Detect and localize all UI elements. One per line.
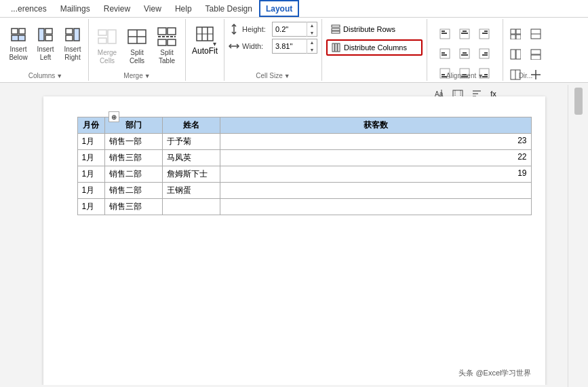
align-middle-right-button[interactable] <box>475 44 494 63</box>
insert-below-button[interactable]: InsertBelow <box>5 23 31 69</box>
tab-mailings[interactable]: Mailings <box>54 0 97 17</box>
split-table-button[interactable]: SplitTable <box>153 23 181 69</box>
svg-rect-46 <box>463 52 467 54</box>
ribbon-tab-bar: ...erences Mailings Review View Help Tab… <box>0 0 588 18</box>
width-up-arrow[interactable]: ▲ <box>307 39 317 46</box>
tab-layout[interactable]: Layout <box>259 0 299 17</box>
cell-month: 1月 <box>77 166 104 183</box>
svg-rect-71 <box>511 35 515 39</box>
svg-rect-70 <box>516 29 521 34</box>
align-middle-center-button[interactable] <box>455 44 474 63</box>
insert-below-icon <box>9 25 28 44</box>
height-spinner[interactable]: ▲ ▼ <box>272 22 317 37</box>
table-row: 1月销售二部王钢蛋 <box>77 183 531 199</box>
more-btn-2[interactable] <box>526 24 545 43</box>
autofit-button[interactable]: ▾ AutoFit <box>190 20 220 67</box>
width-input[interactable] <box>273 39 307 53</box>
cell-dept: 销售三部 <box>104 150 162 166</box>
merge-expand-icon[interactable]: ▼ <box>144 73 151 79</box>
height-row: Height: ▲ ▼ <box>229 22 317 37</box>
svg-rect-5 <box>45 29 52 34</box>
tab-review[interactable]: Review <box>97 0 137 17</box>
align-middle-left-button[interactable] <box>435 44 454 63</box>
tab-erences[interactable]: ...erences <box>4 0 54 17</box>
split-cells-button[interactable]: SplitCells <box>123 23 151 69</box>
align-top-center-button[interactable] <box>455 24 474 43</box>
tab-table-design[interactable]: Table Design <box>199 0 259 17</box>
svg-rect-72 <box>516 35 521 39</box>
width-spinner-arrows: ▲ ▼ <box>307 39 317 54</box>
cell-name <box>163 199 220 215</box>
width-label: Width: <box>242 42 269 50</box>
height-down-arrow[interactable]: ▼ <box>307 29 317 37</box>
svg-rect-49 <box>484 52 488 54</box>
merge-cells-label: MergeCells <box>98 49 117 65</box>
distribute-rows-button[interactable]: Distribute Rows <box>326 22 423 37</box>
svg-rect-0 <box>12 29 18 34</box>
align-top-left-button[interactable] <box>435 24 454 43</box>
cell-name: 于予菊 <box>163 134 220 150</box>
cell-clients: 19 <box>220 166 531 183</box>
document-area: ⊕ 月份 部门 姓名 获客数 1月销售一部于予菊231月销售三部马凤英221月销… <box>0 83 588 385</box>
svg-rect-12 <box>108 30 116 43</box>
distribute-rows-icon <box>331 24 340 34</box>
scrollbar-area <box>568 85 588 385</box>
data-table: 月份 部门 姓名 获客数 1月销售一部于予菊231月销售三部马凤英221月销售二… <box>77 117 532 215</box>
cell-size-label-text: Cell Size <box>256 72 282 79</box>
svg-rect-43 <box>442 52 445 54</box>
group-autofit: ▾ AutoFit <box>186 19 224 81</box>
svg-rect-19 <box>158 39 166 45</box>
svg-rect-35 <box>442 33 447 34</box>
table-row: 1月销售二部詹姆斯下士19 <box>77 166 531 183</box>
tab-view[interactable]: View <box>137 0 168 17</box>
more-btn-1[interactable] <box>506 24 525 43</box>
svg-rect-20 <box>168 39 176 45</box>
height-label: Height: <box>242 25 269 33</box>
tab-help[interactable]: Help <box>168 0 199 17</box>
insert-right-label: Insert Right <box>62 45 83 62</box>
width-down-arrow[interactable]: ▼ <box>307 46 317 54</box>
insert-left-button[interactable]: InsertLeft <box>33 23 58 69</box>
align-top-right-button[interactable] <box>475 24 494 43</box>
split-table-label: SplitTable <box>159 49 175 65</box>
height-icon <box>229 24 239 35</box>
col-header-clients: 获客数 <box>220 117 531 134</box>
insert-buttons: InsertBelow InsertLeft <box>5 22 85 69</box>
distribute-columns-button[interactable]: Distribute Columns <box>326 39 423 56</box>
cell-clients <box>220 199 531 215</box>
merge-group-label: Merge ▼ <box>89 72 185 79</box>
split-cells-icon <box>126 26 148 48</box>
svg-rect-17 <box>168 28 176 35</box>
svg-rect-29 <box>332 31 340 33</box>
table-move-handle[interactable]: ⊕ <box>109 111 119 122</box>
height-up-arrow[interactable]: ▲ <box>307 22 317 29</box>
insert-left-label: InsertLeft <box>37 45 54 62</box>
alignment-expand-icon[interactable]: ▼ <box>477 73 484 79</box>
scrollbar-thumb[interactable] <box>574 88 583 115</box>
svg-rect-38 <box>461 33 468 34</box>
table-header-row: 月份 部门 姓名 获客数 <box>77 117 531 134</box>
doc-page: ⊕ 月份 部门 姓名 获客数 1月销售一部于予菊231月销售三部马凤英221月销… <box>43 96 545 385</box>
autofit-label: AutoFit <box>192 46 218 56</box>
ribbon-content: InsertBelow InsertLeft <box>0 18 588 82</box>
cell-dept: 销售三部 <box>104 199 162 215</box>
svg-rect-77 <box>531 50 541 54</box>
columns-expand-icon[interactable]: ▼ <box>56 73 62 79</box>
cell-size-expand-icon[interactable]: ▼ <box>284 73 290 79</box>
cell-month: 1月 <box>77 150 104 166</box>
group-more: Dir... <box>503 19 548 81</box>
width-spinner[interactable]: ▲ ▼ <box>272 39 317 54</box>
insert-right-button[interactable]: Insert Right <box>60 23 85 69</box>
svg-rect-10 <box>98 30 106 35</box>
more-btn-3[interactable] <box>506 45 525 64</box>
autofit-icon: ▾ <box>195 24 215 46</box>
alignment-label-text: Alignment <box>446 72 476 79</box>
svg-rect-1 <box>19 29 25 34</box>
split-cells-label: SplitCells <box>130 49 144 65</box>
table-body: 1月销售一部于予菊231月销售三部马凤英221月销售二部詹姆斯下士191月销售二… <box>77 134 531 215</box>
height-input[interactable] <box>273 22 307 36</box>
columns-group-label: Columns ▼ <box>3 72 88 79</box>
more-btn-4[interactable] <box>526 45 545 64</box>
svg-rect-78 <box>531 55 541 60</box>
cell-dept: 销售一部 <box>104 134 162 150</box>
